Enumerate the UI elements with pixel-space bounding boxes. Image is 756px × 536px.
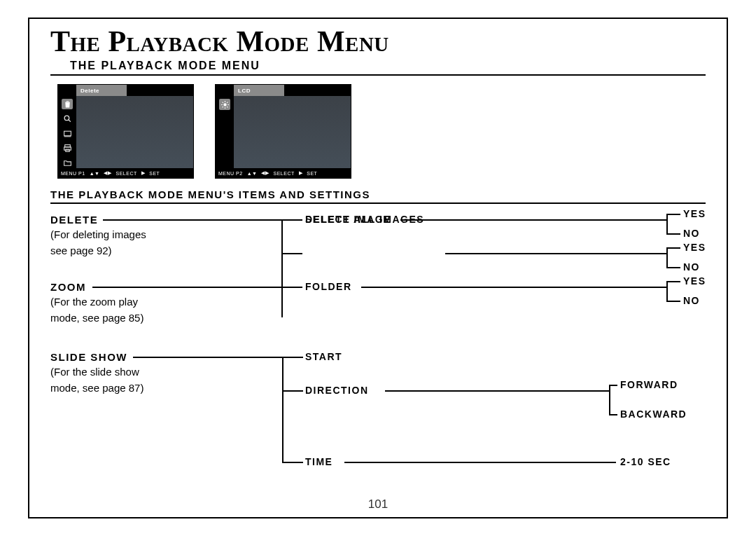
label-time: TIME	[305, 456, 332, 467]
line	[666, 281, 668, 302]
lcd-screenshot-delete: Delete MENU P1	[57, 84, 194, 179]
line	[361, 287, 668, 288]
svg-rect-1	[64, 131, 71, 136]
line	[344, 462, 616, 463]
page-number: 101	[29, 497, 727, 511]
lcd-sidebar	[216, 96, 234, 168]
brightness-icon	[219, 99, 230, 110]
line	[133, 357, 284, 358]
slideshow-desc-1: (For the slide show	[50, 365, 144, 379]
line	[609, 385, 617, 386]
print-icon	[62, 143, 73, 153]
line	[666, 247, 680, 249]
line	[92, 287, 283, 288]
line	[282, 357, 284, 463]
menu-tree-diagram: DELETE (For deleting images see page 92)…	[50, 214, 706, 490]
lcd-tab-label: LCD	[234, 85, 284, 96]
line	[666, 247, 668, 268]
lcd-select-label: SELECT	[115, 171, 136, 176]
lcd-content-area	[234, 96, 351, 168]
lcd-menu-label: MENU P2	[218, 171, 243, 176]
updown-arrows-icon: ▲▼	[247, 171, 258, 176]
label-direction: DIRECTION	[305, 385, 369, 396]
manual-page: The Playback Mode Menu THE PLAYBACK MODE…	[28, 18, 728, 518]
leftright-arrows-icon: ◀▶	[104, 170, 111, 176]
label-folder: FOLDER	[305, 281, 352, 292]
line	[666, 301, 680, 302]
right-arrow-icon: ▶	[299, 170, 303, 176]
delete-desc-2: see page 92)	[50, 244, 146, 258]
line	[666, 233, 680, 235]
line	[666, 267, 680, 268]
page-title: The Playback Mode Menu	[50, 25, 706, 58]
subsection-header: THE PLAYBACK MODE MENU'S ITEMS AND SETTI…	[50, 188, 706, 204]
slideshow-desc-2: mode, see page 87)	[50, 381, 144, 395]
line	[445, 253, 668, 254]
line	[609, 414, 617, 415]
node-slideshow: SLIDE SHOW (For the slide show mode, see…	[50, 351, 144, 396]
slideshow-icon	[62, 128, 73, 139]
label-start: START	[305, 351, 342, 362]
section-header: THE PLAYBACK MODE MENU	[50, 60, 706, 76]
line	[400, 219, 668, 221]
delete-desc-1: (For deleting images	[50, 228, 146, 242]
label-yes: YES	[683, 242, 706, 253]
svg-point-5	[223, 103, 226, 106]
line	[281, 287, 302, 288]
zoom-desc-1: (For the zoom play	[50, 295, 144, 309]
right-arrow-icon: ▶	[141, 170, 146, 176]
line	[609, 385, 610, 415]
line	[666, 214, 680, 215]
line	[281, 219, 283, 317]
lcd-menu-label: MENU P1	[61, 171, 85, 176]
label-no: NO	[683, 261, 700, 273]
lcd-screenshot-lcd: LCD MENU P2 ▲▼ ◀▶ SELECT ▶ SET	[215, 84, 351, 179]
magnifier-icon	[62, 114, 73, 124]
label-time-range: 2-10 SEC	[620, 456, 671, 467]
lcd-sidebar	[58, 96, 76, 168]
lcd-thumbnails-row: Delete MENU P1	[57, 84, 706, 179]
label-yes: YES	[683, 208, 706, 219]
line	[281, 253, 302, 254]
folder-icon	[62, 158, 73, 168]
svg-point-0	[64, 116, 69, 121]
trash-icon	[62, 99, 73, 109]
label-slideshow: SLIDE SHOW	[50, 351, 144, 363]
lcd-content-area	[76, 96, 193, 168]
label-forward: FORWARD	[620, 379, 678, 390]
line	[282, 357, 303, 358]
lcd-set-label: SET	[149, 171, 160, 176]
lcd-set-label: SET	[307, 171, 317, 176]
leftright-arrows-icon: ◀▶	[261, 170, 269, 176]
line	[281, 219, 302, 221]
label-yes: YES	[683, 275, 706, 287]
line	[282, 390, 303, 392]
lcd-select-label: SELECT	[273, 171, 294, 176]
label-backward: BACKWARD	[620, 408, 687, 420]
line	[666, 281, 680, 282]
lcd-bottom-bar: MENU P1 ▲▼ ◀▶ SELECT ▶ SET	[58, 168, 193, 178]
zoom-desc-2: mode, see page 85)	[50, 311, 144, 325]
lcd-tab-label: Delete	[76, 85, 127, 96]
label-no: NO	[683, 228, 700, 239]
updown-arrows-icon: ▲▼	[90, 171, 100, 176]
label-no: NO	[683, 295, 700, 306]
line	[666, 214, 668, 235]
line	[282, 462, 303, 463]
line	[103, 219, 281, 221]
lcd-bottom-bar: MENU P2 ▲▼ ◀▶ SELECT ▶ SET	[216, 168, 351, 178]
line	[385, 390, 610, 392]
